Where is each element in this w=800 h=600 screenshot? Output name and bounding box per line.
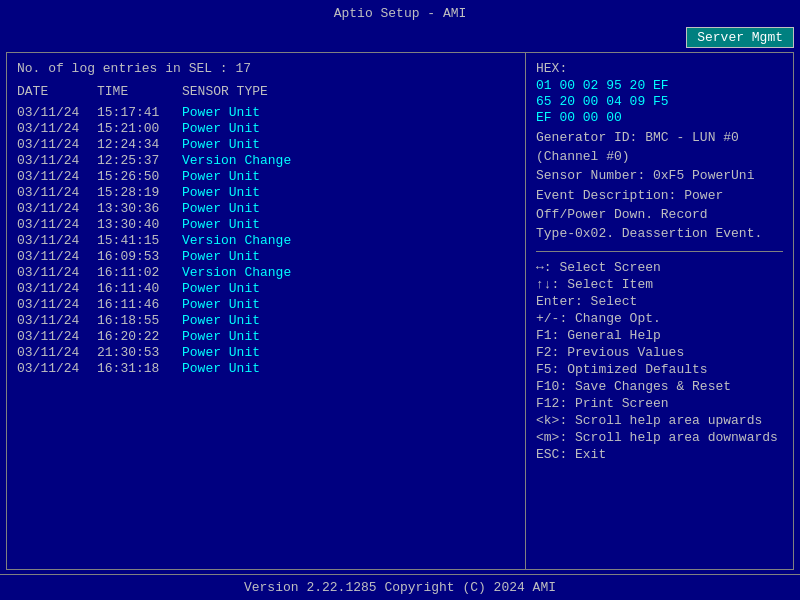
row-date: 03/11/24 (17, 281, 97, 296)
row-time: 15:21:00 (97, 121, 182, 136)
row-time: 13:30:36 (97, 201, 182, 216)
help-item: ESC: Exit (536, 447, 783, 462)
app: Aptio Setup - AMI Server Mgmt No. of log… (0, 0, 800, 600)
row-date: 03/11/24 (17, 313, 97, 328)
tab-server-mgmt[interactable]: Server Mgmt (686, 27, 794, 48)
row-date: 03/11/24 (17, 137, 97, 152)
help-items: ↔: Select Screen↑↓: Select ItemEnter: Se… (536, 260, 783, 462)
row-sensor: Version Change (182, 233, 382, 248)
info-line: Generator ID: BMC - LUN #0 (536, 129, 783, 147)
row-time: 16:11:02 (97, 265, 182, 280)
table-row[interactable]: 03/11/24 16:20:22 Power Unit (17, 329, 515, 344)
log-table: 03/11/24 15:17:41 Power Unit03/11/24 15:… (17, 105, 515, 376)
row-time: 16:11:40 (97, 281, 182, 296)
info-line: Event Description: Power (536, 187, 783, 205)
table-header: DATE TIME SENSOR TYPE (17, 84, 515, 99)
row-time: 12:25:37 (97, 153, 182, 168)
row-sensor: Power Unit (182, 185, 382, 200)
table-row[interactable]: 03/11/24 16:09:53 Power Unit (17, 249, 515, 264)
help-item: ↔: Select Screen (536, 260, 783, 275)
row-time: 15:26:50 (97, 169, 182, 184)
table-row[interactable]: 03/11/24 15:28:19 Power Unit (17, 185, 515, 200)
help-item: Enter: Select (536, 294, 783, 309)
row-date: 03/11/24 (17, 153, 97, 168)
row-sensor: Power Unit (182, 217, 382, 232)
info-line: (Channel #0) (536, 148, 783, 166)
row-sensor: Power Unit (182, 361, 382, 376)
row-date: 03/11/24 (17, 185, 97, 200)
row-sensor: Power Unit (182, 121, 382, 136)
row-time: 15:28:19 (97, 185, 182, 200)
row-date: 03/11/24 (17, 169, 97, 184)
table-row[interactable]: 03/11/24 16:18:55 Power Unit (17, 313, 515, 328)
row-time: 21:30:53 (97, 345, 182, 360)
row-date: 03/11/24 (17, 249, 97, 264)
row-sensor: Power Unit (182, 313, 382, 328)
hex-label: HEX: (536, 61, 783, 76)
table-row[interactable]: 03/11/24 16:11:46 Power Unit (17, 297, 515, 312)
row-time: 15:17:41 (97, 105, 182, 120)
footer: Version 2.22.1285 Copyright (C) 2024 AMI (0, 574, 800, 600)
title-bar: Aptio Setup - AMI (0, 0, 800, 25)
left-panel: No. of log entries in SEL : 17 DATE TIME… (6, 52, 526, 570)
table-row[interactable]: 03/11/24 15:26:50 Power Unit (17, 169, 515, 184)
table-row[interactable]: 03/11/24 16:31:18 Power Unit (17, 361, 515, 376)
row-date: 03/11/24 (17, 329, 97, 344)
help-item: F1: General Help (536, 328, 783, 343)
row-time: 13:30:40 (97, 217, 182, 232)
table-row[interactable]: 03/11/24 16:11:40 Power Unit (17, 281, 515, 296)
info-lines: Generator ID: BMC - LUN #0(Channel #0)Se… (536, 129, 783, 243)
col-header-sensor: SENSOR TYPE (182, 84, 382, 99)
hex-line: 01 00 02 95 20 EF (536, 78, 783, 93)
info-line: Off/Power Down. Record (536, 206, 783, 224)
table-row[interactable]: 03/11/24 15:17:41 Power Unit (17, 105, 515, 120)
row-sensor: Power Unit (182, 281, 382, 296)
row-date: 03/11/24 (17, 297, 97, 312)
table-row[interactable]: 03/11/24 12:25:37 Version Change (17, 153, 515, 168)
help-item: F12: Print Screen (536, 396, 783, 411)
table-row[interactable]: 03/11/24 13:30:36 Power Unit (17, 201, 515, 216)
row-date: 03/11/24 (17, 217, 97, 232)
app-title: Aptio Setup - AMI (334, 6, 467, 21)
table-row[interactable]: 03/11/24 16:11:02 Version Change (17, 265, 515, 280)
hex-line: EF 00 00 00 (536, 110, 783, 125)
row-time: 12:24:34 (97, 137, 182, 152)
row-sensor: Power Unit (182, 249, 382, 264)
row-date: 03/11/24 (17, 105, 97, 120)
col-header-time: TIME (97, 84, 182, 99)
table-row[interactable]: 03/11/24 13:30:40 Power Unit (17, 217, 515, 232)
row-sensor: Version Change (182, 153, 382, 168)
info-line: Sensor Number: 0xF5 PowerUni (536, 167, 783, 185)
log-count: No. of log entries in SEL : 17 (17, 61, 515, 76)
table-row[interactable]: 03/11/24 15:41:15 Version Change (17, 233, 515, 248)
row-time: 15:41:15 (97, 233, 182, 248)
table-row[interactable]: 03/11/24 21:30:53 Power Unit (17, 345, 515, 360)
row-time: 16:18:55 (97, 313, 182, 328)
row-sensor: Power Unit (182, 297, 382, 312)
footer-text: Version 2.22.1285 Copyright (C) 2024 AMI (244, 580, 556, 595)
help-item: <k>: Scroll help area upwards (536, 413, 783, 428)
table-row[interactable]: 03/11/24 12:24:34 Power Unit (17, 137, 515, 152)
help-item: F10: Save Changes & Reset (536, 379, 783, 394)
hex-line: 65 20 00 04 09 F5 (536, 94, 783, 109)
row-time: 16:31:18 (97, 361, 182, 376)
row-date: 03/11/24 (17, 265, 97, 280)
row-date: 03/11/24 (17, 121, 97, 136)
table-row[interactable]: 03/11/24 15:21:00 Power Unit (17, 121, 515, 136)
row-time: 16:09:53 (97, 249, 182, 264)
row-sensor: Version Change (182, 265, 382, 280)
row-sensor: Power Unit (182, 201, 382, 216)
help-item: ↑↓: Select Item (536, 277, 783, 292)
row-date: 03/11/24 (17, 233, 97, 248)
row-time: 16:20:22 (97, 329, 182, 344)
row-sensor: Power Unit (182, 105, 382, 120)
row-date: 03/11/24 (17, 345, 97, 360)
row-sensor: Power Unit (182, 329, 382, 344)
help-item: <m>: Scroll help area downwards (536, 430, 783, 445)
help-item: F5: Optimized Defaults (536, 362, 783, 377)
divider (536, 251, 783, 252)
row-date: 03/11/24 (17, 201, 97, 216)
help-item: +/-: Change Opt. (536, 311, 783, 326)
row-sensor: Power Unit (182, 169, 382, 184)
row-sensor: Power Unit (182, 345, 382, 360)
